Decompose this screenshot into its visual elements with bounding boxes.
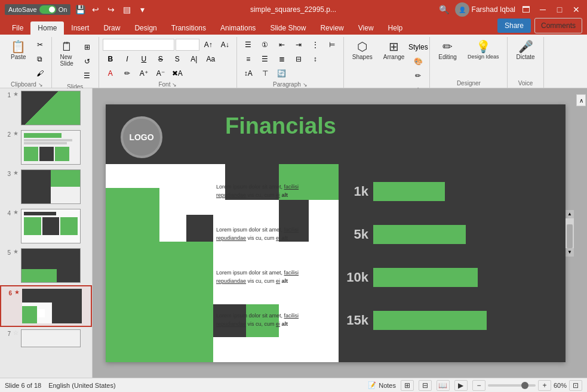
increase-font-button[interactable]: A↑ [201, 38, 216, 51]
align-center-button[interactable]: ☰ [257, 53, 273, 66]
slide-title[interactable]: Financials [225, 113, 336, 139]
tab-review[interactable]: Review [313, 21, 351, 35]
copy-button[interactable]: ⧉ [32, 53, 48, 66]
tab-view[interactable]: View [351, 21, 381, 35]
slide-star-2: ★ [13, 130, 19, 137]
italic-button[interactable]: I [119, 53, 135, 66]
decrease-font-button[interactable]: A↓ [217, 38, 233, 51]
reset-button[interactable]: ↺ [79, 55, 95, 68]
fill-color-button[interactable]: 🎨 [410, 55, 426, 68]
convert-smartart-button[interactable]: 🔄 [274, 67, 290, 80]
fit-to-window-button[interactable]: ⊡ [569, 380, 582, 391]
zoom-out-button[interactable]: − [472, 380, 485, 391]
slide-item-1[interactable]: 1 ★ [0, 88, 92, 128]
scroll-down-button[interactable]: ▼ [566, 248, 574, 257]
search-button[interactable]: 🔍 [438, 4, 450, 16]
tab-animations[interactable]: Animations [213, 21, 263, 35]
share-button[interactable]: Share [497, 18, 531, 33]
new-slide-button[interactable]: 🗒 NewSlide [56, 38, 78, 69]
editing-button[interactable]: ✏ Editing [434, 38, 462, 63]
font-size-selector[interactable]: 32 [176, 39, 199, 51]
tab-draw[interactable]: Draw [96, 21, 127, 35]
paste-button[interactable]: 📋 Paste [6, 38, 31, 63]
align-left-button[interactable]: ≡ [241, 53, 256, 66]
font-shrink-button[interactable]: A⁻ [153, 67, 168, 80]
tab-help[interactable]: Help [381, 21, 410, 35]
zoom-thumb[interactable] [521, 382, 528, 389]
canvas-scrollbar[interactable]: ▲ ▼ [566, 210, 574, 257]
format-painter-button[interactable]: 🖌 [32, 67, 48, 80]
customize-button[interactable]: ▾ [136, 4, 148, 16]
text-direction-button[interactable]: ↕A [241, 67, 256, 80]
tab-design[interactable]: Design [127, 21, 164, 35]
slides-content: 🗒 NewSlide ⊞ ↺ ☰ [56, 38, 95, 82]
line-spacing-button[interactable]: ↕ [308, 53, 323, 66]
slide-star-4: ★ [13, 209, 19, 215]
close-button[interactable]: ✕ [570, 4, 582, 16]
scrollbar-track [566, 218, 574, 248]
slide-item-3[interactable]: 3 ★ [0, 167, 92, 206]
zoom-in-button[interactable]: + [538, 380, 551, 391]
slideshow-button[interactable]: ▶ [454, 380, 468, 391]
change-case-button[interactable]: Aa [203, 53, 219, 66]
maximize-button[interactable]: □ [554, 4, 566, 16]
slide-item-6[interactable]: 6 ★ [0, 285, 92, 327]
slide-item-7[interactable]: 7 ☆ [0, 327, 92, 350]
numbering-button[interactable]: ① [257, 38, 273, 51]
dictate-button[interactable]: 🎤 Dictate [511, 38, 539, 63]
font-color-button[interactable]: A [103, 67, 118, 80]
tab-slideshow[interactable]: Slide Show [263, 21, 313, 35]
smartart-button[interactable]: ⋮ [308, 38, 323, 51]
presentation-mode-button[interactable]: ▤ [121, 4, 133, 16]
justify-button[interactable]: ⊟ [291, 53, 306, 66]
tab-file[interactable]: File [5, 21, 30, 35]
tab-insert[interactable]: Insert [64, 21, 96, 35]
autosave-label: AutoSave [8, 6, 37, 13]
increase-indent-button[interactable]: ⇥ [291, 38, 306, 51]
comments-button[interactable]: Comments [534, 18, 582, 33]
slide-item-2[interactable]: 2 ★ [0, 128, 92, 167]
clear-format-button[interactable]: ✖A [170, 67, 185, 80]
tab-home[interactable]: Home [30, 21, 64, 35]
slide-item-5[interactable]: 5 ★ [0, 246, 92, 285]
strikethrough-button[interactable]: S [153, 53, 168, 66]
font-grow-button[interactable]: A⁺ [136, 67, 152, 80]
font-family-selector[interactable] [103, 39, 174, 51]
arrange-button[interactable]: ⊞ Arrange [379, 38, 410, 63]
tab-transitions[interactable]: Transitions [164, 21, 213, 35]
normal-view-button[interactable]: ⊞ [401, 380, 414, 391]
decrease-indent-button[interactable]: ⇤ [274, 38, 290, 51]
chart-bar-2 [373, 225, 466, 244]
slide-item-4[interactable]: 4 ★ [0, 206, 92, 246]
zoom-slider[interactable] [488, 384, 536, 387]
bullets-button[interactable]: ☰ [241, 38, 256, 51]
design-ideas-button[interactable]: 💡 Design Ideas [463, 38, 504, 62]
underline-button[interactable]: U [136, 53, 152, 66]
text-highlight-button[interactable]: ✏ [119, 67, 135, 80]
save-button[interactable]: 💾 [74, 4, 86, 16]
outline-color-button[interactable]: ✏ [410, 69, 426, 82]
scroll-up-button[interactable]: ▲ [566, 210, 574, 218]
align-text-button[interactable]: ⊤ [257, 67, 273, 80]
shapes-button[interactable]: ⬡ Shapes [348, 38, 377, 63]
scrollbar-thumb[interactable] [567, 224, 573, 248]
reading-view-button[interactable]: 📖 [437, 380, 450, 391]
undo-button[interactable]: ↩ [90, 4, 102, 16]
quick-styles-button[interactable]: Styles [410, 41, 426, 54]
notes-button[interactable]: 📝 Notes [368, 381, 396, 389]
cut-button[interactable]: ✂ [32, 38, 48, 51]
columns-button[interactable]: ⊨ [324, 38, 340, 51]
slide-sorter-button[interactable]: ⊟ [419, 380, 432, 391]
layout-button[interactable]: ⊞ [79, 41, 95, 54]
char-spacing-button[interactable]: A| [186, 53, 202, 66]
ribbon-display-button[interactable]: 🗖 [520, 4, 532, 16]
minimize-button[interactable]: ─ [537, 4, 549, 16]
bold-button[interactable]: B [103, 53, 118, 66]
shadow-button[interactable]: S [170, 53, 185, 66]
section-button[interactable]: ☰ [79, 69, 95, 82]
chart-row-4: 15k [339, 299, 566, 342]
redo-button[interactable]: ↪ [105, 4, 117, 16]
autosave-toggle[interactable] [39, 5, 56, 14]
collapse-ribbon-button[interactable]: ∧ [576, 94, 586, 106]
align-right-button[interactable]: ≣ [274, 53, 290, 66]
